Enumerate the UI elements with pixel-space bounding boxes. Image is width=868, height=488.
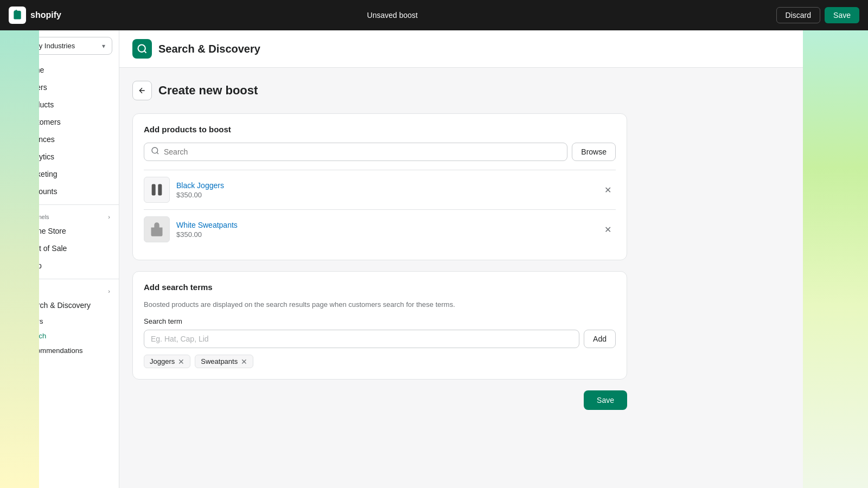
svg-point-1 xyxy=(152,147,158,153)
svg-rect-3 xyxy=(158,184,162,196)
tag-sweatpants: Sweatpants ✕ xyxy=(195,355,253,368)
product-thumbnail xyxy=(144,177,170,203)
product-search-wrap xyxy=(144,143,567,161)
create-boost-title: Create new boost xyxy=(158,84,258,98)
search-icon xyxy=(151,146,159,157)
left-decorative-panel xyxy=(0,30,39,488)
main-content: Search & Discovery Create new boost Add … xyxy=(119,30,868,488)
product-name-link[interactable]: Black Joggers xyxy=(176,181,224,190)
svg-rect-2 xyxy=(152,184,156,196)
page-title: Unsaved boost xyxy=(9,11,776,20)
page-header-icon xyxy=(132,39,152,59)
page-header-title: Search & Discovery xyxy=(158,43,260,55)
product-thumbnail xyxy=(144,216,170,242)
search-term-input[interactable] xyxy=(144,330,579,348)
product-price: $350.00 xyxy=(176,230,600,239)
product-name-link[interactable]: White Sweatpants xyxy=(176,221,238,229)
search-terms-subtext: Boosted products are displayed on the se… xyxy=(144,300,616,309)
save-bottom-button[interactable]: Save xyxy=(584,390,627,410)
product-info: Black Joggers $350.00 xyxy=(176,181,600,199)
chevron-down-icon: ▾ xyxy=(102,42,105,50)
remove-tag-button[interactable]: ✕ xyxy=(178,358,184,365)
content-area: Create new boost Add products to boost xyxy=(119,68,640,436)
tag-label: Sweatpants xyxy=(201,357,238,365)
remove-product-button[interactable]: ✕ xyxy=(600,222,616,237)
svg-point-0 xyxy=(138,45,145,52)
product-info: White Sweatpants $350.00 xyxy=(176,221,600,239)
tags-row: Joggers ✕ Sweatpants ✕ xyxy=(144,355,616,368)
right-decorative-panel xyxy=(803,30,868,488)
browse-button[interactable]: Browse xyxy=(572,143,616,161)
back-button[interactable] xyxy=(132,81,152,100)
discard-button[interactable]: Discard xyxy=(776,7,820,23)
top-nav: shopify Unsaved boost Discard Save xyxy=(0,0,868,30)
add-products-heading: Add products to boost xyxy=(144,125,616,134)
remove-product-button[interactable]: ✕ xyxy=(600,183,616,197)
product-item: Black Joggers $350.00 ✕ xyxy=(144,170,616,209)
save-top-button[interactable]: Save xyxy=(825,7,859,23)
back-title-row: Create new boost xyxy=(132,81,627,100)
add-search-terms-heading: Add search terms xyxy=(144,282,616,292)
add-term-button[interactable]: Add xyxy=(584,330,616,348)
tag-joggers: Joggers ✕ xyxy=(144,355,190,368)
product-price: $350.00 xyxy=(176,191,600,199)
chevron-right-icon: › xyxy=(108,214,110,220)
search-term-row: Add xyxy=(144,330,616,348)
tag-label: Joggers xyxy=(150,357,175,365)
product-search-input[interactable] xyxy=(164,143,560,160)
remove-tag-button[interactable]: ✕ xyxy=(241,358,247,365)
page-header: Search & Discovery xyxy=(119,30,868,68)
bottom-save-row: Save xyxy=(132,390,627,423)
product-item: White Sweatpants $350.00 ✕ xyxy=(144,209,616,249)
add-search-terms-card: Add search terms Boosted products are di… xyxy=(132,271,627,380)
add-products-card: Add products to boost Browse xyxy=(132,113,627,260)
chevron-right-icon: › xyxy=(108,288,110,294)
product-search-row: Browse xyxy=(144,143,616,161)
search-term-label: Search term xyxy=(144,317,616,325)
top-nav-actions: Discard Save xyxy=(776,7,859,23)
